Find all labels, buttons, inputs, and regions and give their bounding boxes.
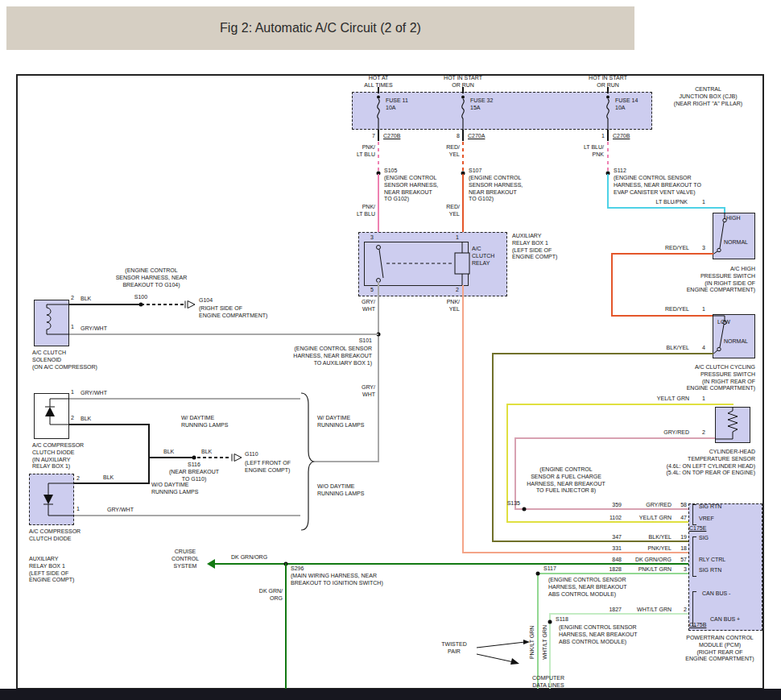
connector-pin-1: 1 (589, 133, 605, 140)
wire-red-yel-v (611, 254, 613, 317)
splice-dot-s117 (536, 572, 540, 576)
wire-dk-grn-org-v (285, 563, 287, 690)
wire-feed-3 (607, 87, 609, 93)
ground-g110-desc: (LEFT FRONT OF ENGINE COMPT) (245, 460, 291, 474)
pcm-row-2-circuit: 347 (585, 534, 622, 541)
wire-blk-solenoid-dashed (141, 304, 184, 305)
wire-blk-diode2 (74, 483, 149, 484)
wire-label-blk-d: BLK (201, 449, 212, 456)
wire-lt-blu-pnk-h (607, 207, 725, 209)
g104-harness-note: (ENGINE CONTROL SENSOR HARNESS, NEAR BRE… (87, 267, 216, 288)
wire-label-blk-c: BLK (163, 449, 174, 456)
pcm-row-6-color: WHT/LT GRN (618, 607, 671, 614)
fuse-32-icon (457, 94, 469, 130)
note-w-drl-left: W/ DAYTIME RUNNING LAMPS (181, 415, 228, 429)
wire-label-gry-wht-e: GRY/WHT (107, 507, 134, 514)
fuse-14-icon (602, 94, 614, 130)
wire-label-blk-e: BLK (103, 474, 114, 482)
pcm-connector-c175e: C175E (689, 525, 706, 532)
splice-s296: S296 (291, 565, 304, 573)
wire-label-gry-red: GRY/RED (643, 429, 689, 437)
solenoid-pin-bottom: 1 (71, 324, 74, 331)
connector-pin-7: 7 (359, 133, 375, 140)
wire-label-blk-yel: BLK/YEL (643, 345, 689, 352)
temp-sensor-desc: CYLINDER-HEAD TEMPERATURE SENSOR (4.6L: … (638, 449, 755, 477)
pcm-row-3-pin: 18 (675, 545, 687, 553)
high-switch-state-high: HIGH (726, 215, 741, 222)
splice-s105-desc: (ENGINE CONTROL SENSOR HARNESS, NEAR BRE… (384, 175, 438, 203)
wire-label-gry-wht-c: GRY/WHT (81, 325, 107, 333)
wire-label-red-yel-hi: RED/YEL (643, 245, 689, 252)
wire-label-dk-grn-org-a: DK GRN/ORG (231, 554, 267, 561)
pcm-row-1-circuit: 1102 (585, 515, 622, 522)
pcm-row-4-circuit: 848 (585, 557, 622, 564)
cjb-location-label: CENTRAL JUNCTION BOX (CJB) (NEAR RIGHT "… (654, 86, 762, 107)
diode1-pin-top: 1 (71, 389, 74, 396)
fuse-32-name: FUSE 32 (470, 97, 493, 105)
wire-gry-wht-solenoid (69, 333, 378, 335)
connector-c270a: C270A (468, 133, 485, 140)
pcm-row-4-pin: 57 (675, 557, 687, 564)
cruise-control-label: CRUISE CONTROL SYSTEM (164, 549, 206, 570)
fuse-11-name: FUSE 11 (386, 97, 408, 105)
relay-pin-5: 5 (362, 287, 374, 294)
relay-icon (364, 242, 469, 286)
high-switch-pin-side: 3 (702, 245, 705, 252)
splice-s118-desc: (ENGINE CONTROL SENSOR HARNESS, NEAR BRE… (559, 624, 638, 645)
computer-data-lines-label: COMPUTER DATA LINES (522, 675, 575, 690)
wire-feed-2 (462, 87, 464, 93)
twisted-pair-arrow-2 (477, 649, 523, 667)
note-wo-drl-right: W/O DAYTIME RUNNING LAMPS (317, 483, 364, 498)
pcm-row-5-pin: 3 (675, 566, 687, 574)
wire-blk-ground-v (148, 424, 150, 484)
wire-label-red-yel-a: RED/ YEL (419, 144, 460, 159)
diode-icon-1 (34, 393, 69, 439)
wire-cjb-out-1 (378, 130, 379, 141)
high-switch-state-normal: NORMAL (724, 239, 748, 246)
twisted-pair-label: TWISTED PAIR (433, 641, 475, 656)
wire-red-yel-h2 (611, 315, 713, 317)
wire-lt-blu-pnk-v (607, 174, 609, 209)
wire-gry-wht-v (378, 282, 379, 462)
fuel-harness-note: (ENGINE CONTROL SENSOR & FUEL CHARGE HAR… (518, 466, 614, 495)
splice-s135: S135 (494, 500, 520, 507)
wire-label-yel-lt-grn: YEL/LT GRN (638, 396, 689, 403)
note-w-drl-right: W/ DAYTIME RUNNING LAMPS (317, 415, 364, 429)
splice-s296-desc: (MAIN WIRING HARNESS, NEAR BREAKOUT TO I… (291, 573, 383, 587)
wire-blk-yel-h1 (492, 353, 713, 354)
splice-s116-desc: (NEAR BREAKOUT TO G110) (159, 469, 229, 483)
fuse-14-name: FUSE 14 (615, 97, 638, 105)
splice-s117: S117 (543, 565, 556, 573)
wire-cjb-out-2 (462, 130, 464, 141)
resistor-icon (715, 407, 750, 443)
diode1-desc: A/C COMPRESSOR CLUTCH DIODE (IN AUXILIAR… (32, 442, 84, 470)
connector-pin-8: 8 (444, 133, 460, 140)
pcm-pin-label-rly-ctrl: RLY CTRL (699, 557, 725, 564)
figure-title-bar: Fig 2: Automatic A/C Circuit (2 of 2) (6, 6, 634, 50)
ground-icon-g104 (184, 300, 197, 309)
pcm-row-2-pin: 19 (675, 534, 687, 541)
wire-blk-s116-dashed (197, 457, 230, 458)
note-wo-drl-left: W/O DAYTIME RUNNING LAMPS (151, 482, 198, 496)
wire-blk-solenoid (69, 304, 141, 305)
fuse-11-rating: 10A (386, 105, 395, 112)
pcm-pin-label-sig: SIG (699, 535, 709, 542)
diode-icon-2 (29, 474, 74, 525)
figure-title: Fig 2: Automatic A/C Circuit (2 of 2) (220, 21, 421, 35)
wire-red-yel-h1 (611, 253, 713, 255)
pcm-row-2-color: BLK/YEL (618, 534, 671, 541)
splice-s112: S112 (614, 168, 626, 175)
wire-label-pnk-yel: PNK/ YEL (426, 299, 460, 313)
wire-label-pnk-lt-blu-b: PNK/ LT BLU (335, 204, 375, 218)
wire-gry-wht-diode2 (74, 515, 300, 516)
wire-label-gry-wht-b: GRY/ WHT (341, 384, 375, 399)
aux-relay-box-label: AUXILIARY RELAY BOX 1 (LEFT SIDE OF ENGI… (512, 233, 557, 261)
ground-icon-g110 (230, 453, 244, 462)
splice-s116: S116 (178, 462, 210, 469)
wire-blk-yel-v (492, 354, 494, 542)
wire-pnk-lt-grn-v (537, 573, 539, 689)
splice-s112-desc: (ENGINE CONTROL SENSOR HARNESS, NEAR BRE… (614, 175, 701, 196)
pcm-row-1-pin: 47 (675, 515, 687, 522)
solenoid-desc: A/C CLUTCH SOLENOID (ON A/C COMPRESSOR) (32, 350, 97, 371)
splice-dot-s135 (523, 507, 527, 512)
